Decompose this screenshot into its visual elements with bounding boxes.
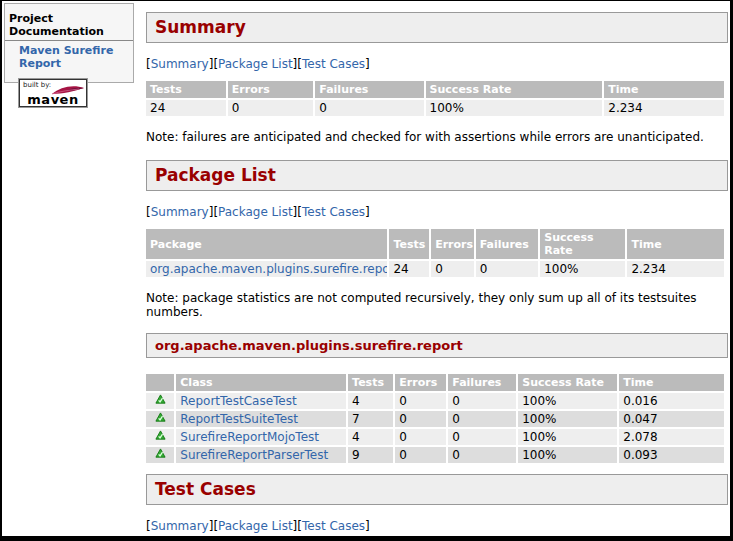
summary-time-value: 2.234 [604, 100, 724, 116]
sidebar-title: Project Documentation [5, 12, 133, 41]
errors-value: 0 [395, 429, 446, 445]
package-time-value: 2.234 [627, 261, 724, 277]
report-page: Project Documentation Maven Surefire Rep… [2, 1, 730, 536]
tests-value: 9 [348, 447, 393, 463]
bracket: ] [365, 205, 370, 219]
logo-built-by-label: built by: [23, 81, 51, 89]
summary-note: Note: failures are anticipated and check… [146, 130, 728, 144]
summary-section-title: Summary [146, 12, 728, 43]
package-col-errors: Errors [431, 229, 474, 259]
logo-brand-text: maven [20, 93, 86, 106]
class-col-tests: Tests [348, 374, 393, 391]
summary-row: 24 0 0 100% 2.234 [146, 100, 724, 116]
table-row: SurefireReportParserTest 9 0 0 100% 0.09… [146, 447, 724, 463]
success-icon [146, 411, 174, 427]
failures-value: 0 [448, 393, 516, 409]
time-value: 0.047 [619, 411, 724, 427]
summary-table: Tests Errors Failures Success Rate Time … [144, 79, 726, 118]
class-link[interactable]: SurefireReportMojoTest [180, 430, 319, 444]
success-icon [146, 447, 174, 463]
table-row: ReportTestCaseTest 4 0 0 100% 0.016 [146, 393, 724, 409]
class-col-errors: Errors [395, 374, 446, 391]
nav-link-test-cases[interactable]: Test Cases [302, 519, 365, 533]
class-col-time: Time [619, 374, 724, 391]
package-failures-value: 0 [476, 261, 538, 277]
time-value: 0.093 [619, 447, 724, 463]
failures-value: 0 [448, 411, 516, 427]
errors-value: 0 [395, 393, 446, 409]
class-link[interactable]: ReportTestCaseTest [180, 394, 296, 408]
package-errors-value: 0 [431, 261, 474, 277]
sidebar: Project Documentation Maven Surefire Rep… [4, 3, 134, 83]
section-nav-links-summary: [Summary][Package List][Test Cases] [146, 57, 728, 71]
summary-col-time: Time [604, 81, 724, 98]
success-rate-value: 100% [518, 411, 617, 427]
summary-col-errors: Errors [228, 81, 314, 98]
time-value: 2.078 [619, 429, 724, 445]
report-body: Summary [Summary][Package List][Test Cas… [146, 1, 728, 536]
package-list-note: Note: package statistics are not compute… [146, 291, 728, 319]
tests-value: 7 [348, 411, 393, 427]
class-link[interactable]: SurefireReportParserTest [180, 448, 328, 462]
nav-link-test-cases[interactable]: Test Cases [302, 205, 365, 219]
summary-col-tests: Tests [146, 81, 226, 98]
errors-value: 0 [395, 411, 446, 427]
success-rate-value: 100% [518, 393, 617, 409]
test-cases-section-title: Test Cases [146, 474, 728, 505]
sidebar-item-maven-surefire-report[interactable]: Maven Surefire Report [19, 44, 133, 70]
package-col-failures: Failures [476, 229, 538, 259]
package-link[interactable]: org.apache.maven.plugins.surefire.report [150, 262, 387, 276]
package-col-tests: Tests [389, 229, 429, 259]
summary-col-success-rate: Success Rate [426, 81, 603, 98]
table-row: SurefireReportMojoTest 4 0 0 100% 2.078 [146, 429, 724, 445]
package-detail-title: org.apache.maven.plugins.surefire.report [146, 333, 728, 358]
maven-logo[interactable]: built by: maven [19, 79, 87, 107]
package-col-package: Package [146, 229, 387, 259]
success-rate-value: 100% [518, 429, 617, 445]
success-icon [146, 393, 174, 409]
class-table: Class Tests Errors Failures Success Rate… [144, 372, 726, 465]
package-success-rate-value: 100% [540, 261, 625, 277]
nav-link-test-cases[interactable]: Test Cases [302, 57, 365, 71]
bracket: ] [365, 519, 370, 533]
package-tests-value: 24 [389, 261, 429, 277]
package-col-time: Time [627, 229, 724, 259]
time-value: 0.016 [619, 393, 724, 409]
package-row: org.apache.maven.plugins.surefire.report… [146, 261, 724, 277]
failures-value: 0 [448, 447, 516, 463]
table-row: ReportTestSuiteTest 7 0 0 100% 0.047 [146, 411, 724, 427]
class-col-success-rate: Success Rate [518, 374, 617, 391]
nav-link-summary[interactable]: Summary [151, 57, 209, 71]
failures-value: 0 [448, 429, 516, 445]
package-list-table: Package Tests Errors Failures Success Ra… [144, 227, 726, 279]
package-col-success-rate: Success Rate [540, 229, 625, 259]
package-list-section-title: Package List [146, 160, 728, 191]
summary-success-rate-value: 100% [426, 100, 603, 116]
nav-link-package-list[interactable]: Package List [218, 205, 293, 219]
success-icon [146, 429, 174, 445]
summary-tests-value: 24 [146, 100, 226, 116]
nav-link-package-list[interactable]: Package List [218, 519, 293, 533]
bracket: ] [365, 57, 370, 71]
nav-link-summary[interactable]: Summary [151, 519, 209, 533]
summary-failures-value: 0 [315, 100, 423, 116]
class-col-status [146, 374, 174, 391]
tests-value: 4 [348, 429, 393, 445]
class-link[interactable]: ReportTestSuiteTest [180, 412, 298, 426]
section-nav-links-package-list: [Summary][Package List][Test Cases] [146, 205, 728, 219]
class-col-failures: Failures [448, 374, 516, 391]
class-col-class: Class [176, 374, 346, 391]
errors-value: 0 [395, 447, 446, 463]
success-rate-value: 100% [518, 447, 617, 463]
section-nav-links-test-cases: [Summary][Package List][Test Cases] [146, 519, 728, 533]
nav-link-summary[interactable]: Summary [151, 205, 209, 219]
summary-errors-value: 0 [228, 100, 314, 116]
summary-col-failures: Failures [315, 81, 423, 98]
tests-value: 4 [348, 393, 393, 409]
nav-link-package-list[interactable]: Package List [218, 57, 293, 71]
